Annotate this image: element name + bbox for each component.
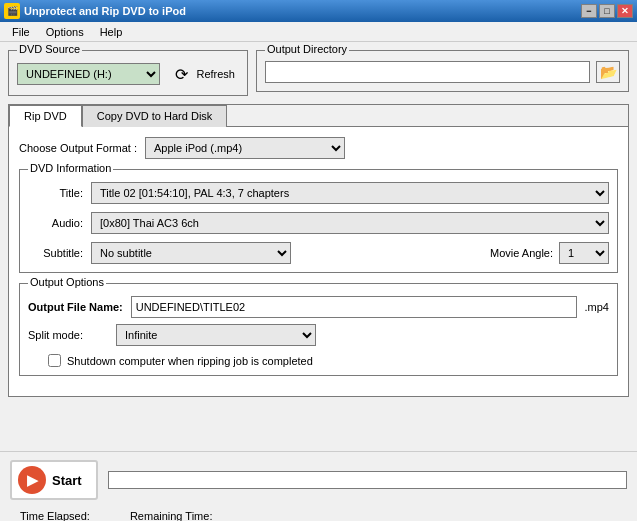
refresh-button[interactable]: ⟳ Refresh: [166, 61, 239, 87]
subtitle-angle-row: Subtitle: No subtitle Movie Angle: 1: [28, 242, 609, 264]
menu-options[interactable]: Options: [38, 24, 92, 40]
menu-bar: File Options Help: [0, 22, 637, 42]
refresh-icon: ⟳: [170, 63, 192, 85]
tab-container: Rip DVD Copy DVD to Hard Disk Choose Out…: [8, 104, 629, 397]
output-directory-label: Output Directory: [265, 43, 349, 55]
split-row: Split mode: Infinite: [28, 324, 609, 346]
start-row: ▶ Start: [0, 452, 637, 508]
title-field-label: Title:: [28, 187, 83, 199]
browse-folder-button[interactable]: 📂: [596, 61, 620, 83]
top-row: DVD Source UNDEFINED (H:) ⟳ Refresh Outp…: [8, 50, 629, 96]
movie-angle-label: Movie Angle:: [490, 247, 553, 259]
drive-select[interactable]: UNDEFINED (H:): [17, 63, 160, 85]
format-label: Choose Output Format :: [19, 142, 137, 154]
maximize-button[interactable]: □: [599, 4, 615, 18]
remaining-time-label: Remaining Time:: [130, 510, 213, 521]
refresh-label: Refresh: [196, 68, 235, 80]
split-label: Split mode:: [28, 329, 108, 341]
angle-select-wrapper: 1: [559, 242, 609, 264]
movie-angle-section: Movie Angle: 1: [490, 242, 609, 264]
split-select-wrapper: Infinite: [116, 324, 316, 346]
subtitle-select[interactable]: No subtitle: [91, 242, 291, 264]
dvd-source-group: DVD Source UNDEFINED (H:) ⟳ Refresh: [8, 50, 248, 96]
format-select-wrapper: Apple iPod (.mp4): [145, 137, 345, 159]
menu-file[interactable]: File: [4, 24, 38, 40]
file-name-label: Output File Name:: [28, 301, 123, 313]
start-label: Start: [52, 473, 82, 488]
file-name-input[interactable]: [131, 296, 577, 318]
output-options-group: Output Options Output File Name: .mp4 Sp…: [19, 283, 618, 376]
source-row: UNDEFINED (H:) ⟳ Refresh: [17, 61, 239, 87]
close-button[interactable]: ✕: [617, 4, 633, 18]
shutdown-row: Shutdown computer when ripping job is co…: [28, 354, 609, 367]
tab-header: Rip DVD Copy DVD to Hard Disk: [9, 105, 628, 127]
start-arrow-icon: ▶: [18, 466, 46, 494]
audio-select-wrapper: [0x80] Thai AC3 6ch: [91, 212, 609, 234]
title-bar: 🎬 Unprotect and Rip DVD to iPod − □ ✕: [0, 0, 637, 22]
menu-help[interactable]: Help: [92, 24, 131, 40]
main-area: DVD Source UNDEFINED (H:) ⟳ Refresh Outp…: [0, 42, 637, 405]
subtitle-field-label: Subtitle:: [28, 247, 83, 259]
title-row: Title: Title 02 [01:54:10], PAL 4:3, 7 c…: [28, 182, 609, 204]
tab-content: Choose Output Format : Apple iPod (.mp4)…: [9, 127, 628, 396]
progress-bar: [108, 471, 627, 489]
start-button[interactable]: ▶ Start: [10, 460, 98, 500]
format-select[interactable]: Apple iPod (.mp4): [145, 137, 345, 159]
audio-row: Audio: [0x80] Thai AC3 6ch: [28, 212, 609, 234]
window-controls: − □ ✕: [581, 4, 633, 18]
output-directory-group: Output Directory 📂: [256, 50, 629, 92]
format-row: Choose Output Format : Apple iPod (.mp4): [19, 137, 618, 159]
time-elapsed-label: Time Elapsed:: [20, 510, 90, 521]
dvd-info-label: DVD Information: [28, 162, 113, 174]
output-row: 📂: [265, 61, 620, 83]
app-icon: 🎬: [4, 3, 20, 19]
file-name-row: Output File Name: .mp4: [28, 296, 609, 318]
audio-field-label: Audio:: [28, 217, 83, 229]
tab-copy-dvd[interactable]: Copy DVD to Hard Disk: [82, 105, 228, 127]
file-ext-label: .mp4: [585, 301, 609, 313]
window-title: Unprotect and Rip DVD to iPod: [24, 5, 581, 17]
angle-select[interactable]: 1: [559, 242, 609, 264]
shutdown-checkbox[interactable]: [48, 354, 61, 367]
drive-select-wrapper: UNDEFINED (H:): [17, 63, 160, 85]
minimize-button[interactable]: −: [581, 4, 597, 18]
time-row: Time Elapsed: Remaining Time:: [0, 508, 637, 521]
bottom-area: ▶ Start Time Elapsed: Remaining Time:: [0, 451, 637, 521]
audio-select[interactable]: [0x80] Thai AC3 6ch: [91, 212, 609, 234]
subtitle-section: Subtitle: No subtitle: [28, 242, 291, 264]
subtitle-select-wrapper: No subtitle: [91, 242, 291, 264]
output-options-label: Output Options: [28, 276, 106, 288]
title-select[interactable]: Title 02 [01:54:10], PAL 4:3, 7 chapters: [91, 182, 609, 204]
tab-rip-dvd[interactable]: Rip DVD: [9, 105, 82, 127]
dvd-info-group: DVD Information Title: Title 02 [01:54:1…: [19, 169, 618, 273]
output-directory-input[interactable]: [265, 61, 590, 83]
split-select[interactable]: Infinite: [116, 324, 316, 346]
shutdown-label: Shutdown computer when ripping job is co…: [67, 355, 313, 367]
dvd-source-label: DVD Source: [17, 43, 82, 55]
title-select-wrapper: Title 02 [01:54:10], PAL 4:3, 7 chapters: [91, 182, 609, 204]
